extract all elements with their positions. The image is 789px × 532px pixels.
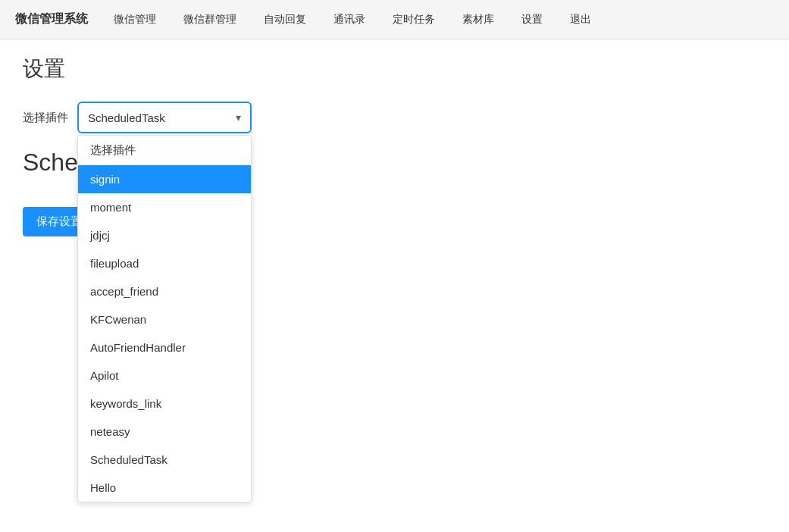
dropdown-item-signin[interactable]: signin	[78, 165, 251, 193]
nav-scheduled[interactable]: 定时任务	[391, 10, 437, 30]
navbar-brand: 微信管理系统	[15, 11, 88, 27]
navbar: 微信管理系统 微信管理 微信群管理 自动回复 通讯录 定时任务 素材库 设置 退…	[0, 0, 789, 39]
nav-contacts[interactable]: 通讯录	[332, 10, 367, 30]
dropdown-item-fileupload[interactable]: fileupload	[78, 249, 251, 277]
nav-material[interactable]: 素材库	[461, 10, 496, 30]
plugin-select[interactable]: ScheduledTask ▾	[77, 102, 252, 133]
dropdown-item-autofriendhandler[interactable]: AutoFriendHandler	[78, 333, 251, 361]
nav-wechat-manage[interactable]: 微信管理	[112, 10, 158, 30]
dropdown-item-hello[interactable]: Hello	[78, 474, 251, 502]
dropdown-item-accept-friend[interactable]: accept_friend	[78, 277, 251, 305]
plugin-label: 选择插件	[23, 111, 68, 125]
dropdown-item-keywords-link[interactable]: keywords_link	[78, 390, 251, 418]
select-container: ScheduledTask ▾ 选择插件 signin moment jdjcj…	[77, 102, 252, 133]
nav-logout[interactable]: 退出	[568, 10, 593, 30]
select-current-value: ScheduledTask	[88, 111, 165, 124]
chevron-down-icon: ▾	[236, 111, 241, 124]
dropdown-item-scheduledtask[interactable]: ScheduledTask	[78, 446, 251, 474]
nav-auto-reply[interactable]: 自动回复	[262, 10, 308, 30]
dropdown-item-placeholder[interactable]: 选择插件	[78, 136, 251, 165]
dropdown-item-kfcwenan[interactable]: KFCwenan	[78, 305, 251, 333]
dropdown-item-apilot[interactable]: Apilot	[78, 361, 251, 390]
dropdown-item-jdjcj[interactable]: jdjcj	[78, 221, 251, 249]
dropdown-menu: 选择插件 signin moment jdjcj fileupload acce…	[77, 135, 252, 502]
dropdown-item-moment[interactable]: moment	[78, 193, 251, 221]
page-title: 设置	[23, 55, 766, 83]
main-content: 设置 选择插件 ScheduledTask ▾ 选择插件 signin mome…	[0, 39, 789, 252]
dropdown-item-neteasy[interactable]: neteasy	[78, 418, 251, 446]
plugin-row: 选择插件 ScheduledTask ▾ 选择插件 signin moment …	[23, 102, 766, 133]
nav-settings[interactable]: 设置	[520, 10, 544, 30]
nav-group-manage[interactable]: 微信群管理	[182, 10, 238, 30]
